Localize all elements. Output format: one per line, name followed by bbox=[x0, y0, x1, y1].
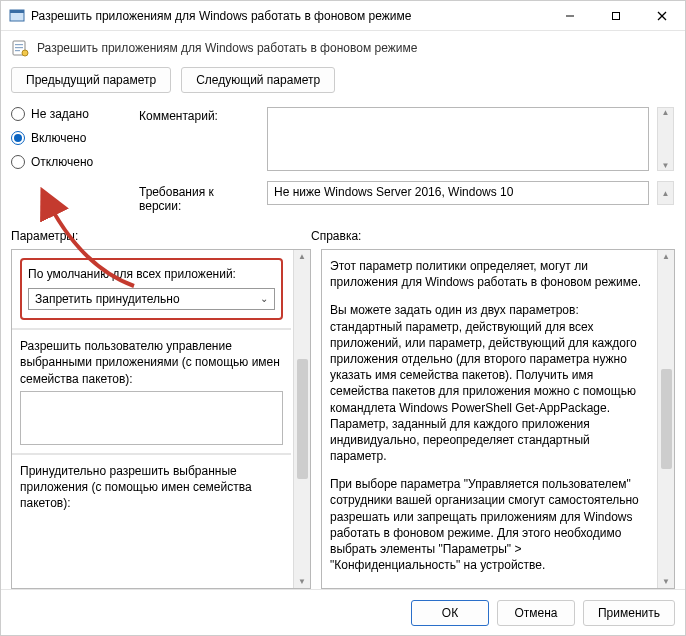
previous-setting-button[interactable]: Предыдущий параметр bbox=[11, 67, 171, 93]
user-control-label: Разрешить пользователю управление выбран… bbox=[20, 338, 283, 387]
requirements-text: Не ниже Windows Server 2016, Windows 10 bbox=[267, 181, 649, 205]
help-section-label: Справка: bbox=[311, 229, 675, 243]
titlebar: Разрешить приложениям для Windows работа… bbox=[1, 1, 685, 31]
radio-label: Отключено bbox=[31, 155, 93, 169]
help-scrollbar[interactable]: ▲ ▼ bbox=[657, 250, 674, 588]
separator bbox=[12, 328, 291, 330]
dropdown-value: Запретить принудительно bbox=[35, 291, 180, 307]
help-paragraph: Вы можете задать один из двух параметров… bbox=[330, 302, 647, 464]
ok-button[interactable]: ОК bbox=[411, 600, 489, 626]
radio-not-configured[interactable]: Не задано bbox=[11, 107, 131, 121]
state-radios: Не задано Включено Отключено bbox=[11, 107, 131, 169]
minimize-button[interactable] bbox=[547, 1, 593, 31]
top-config: Не задано Включено Отключено Комментарий… bbox=[11, 107, 675, 213]
next-setting-button[interactable]: Следующий параметр bbox=[181, 67, 335, 93]
svg-rect-7 bbox=[15, 44, 23, 45]
options-pane: По умолчанию для всех приложений: Запрет… bbox=[11, 249, 311, 589]
dialog-footer: ОК Отмена Применить bbox=[1, 589, 685, 635]
requirements-label: Требования к версии: bbox=[139, 181, 259, 213]
svg-rect-9 bbox=[15, 50, 20, 51]
radio-icon bbox=[11, 155, 25, 169]
scrollbar-thumb[interactable] bbox=[297, 359, 308, 479]
help-paragraph: Этот параметр политики определяет, могут… bbox=[330, 258, 647, 290]
svg-point-10 bbox=[22, 50, 28, 56]
policy-header: Разрешить приложениям для Windows работа… bbox=[11, 39, 675, 57]
app-icon bbox=[9, 8, 25, 24]
section-labels: Параметры: Справка: bbox=[11, 229, 675, 243]
radio-label: Не задано bbox=[31, 107, 89, 121]
policy-icon bbox=[11, 39, 29, 57]
close-button[interactable] bbox=[639, 1, 685, 31]
svg-rect-8 bbox=[15, 47, 23, 48]
scroll-up-icon: ▲ bbox=[662, 108, 670, 117]
requirements-scrollbar[interactable]: ▲ bbox=[657, 181, 674, 205]
scroll-up-icon: ▲ bbox=[662, 189, 670, 198]
panes: По умолчанию для всех приложений: Запрет… bbox=[11, 249, 675, 589]
scrollbar-thumb[interactable] bbox=[661, 369, 672, 469]
scroll-down-icon: ▼ bbox=[662, 577, 670, 586]
comment-scrollbar[interactable]: ▲ ▼ bbox=[657, 107, 674, 171]
scroll-down-icon: ▼ bbox=[662, 161, 670, 170]
nav-buttons: Предыдущий параметр Следующий параметр bbox=[11, 67, 675, 93]
separator bbox=[12, 453, 291, 455]
policy-title: Разрешить приложениям для Windows работа… bbox=[37, 41, 417, 55]
chevron-down-icon: ⌄ bbox=[260, 292, 268, 306]
scroll-down-icon: ▼ bbox=[298, 577, 306, 586]
default-option-dropdown[interactable]: Запретить принудительно ⌄ bbox=[28, 288, 275, 310]
radio-disabled[interactable]: Отключено bbox=[11, 155, 131, 169]
radio-enabled[interactable]: Включено bbox=[11, 131, 131, 145]
apply-button[interactable]: Применить bbox=[583, 600, 675, 626]
cancel-button[interactable]: Отмена bbox=[497, 600, 575, 626]
scroll-up-icon: ▲ bbox=[662, 252, 670, 261]
help-pane-content: Этот параметр политики определяет, могут… bbox=[322, 250, 657, 588]
radio-label: Включено bbox=[31, 131, 86, 145]
maximize-button[interactable] bbox=[593, 1, 639, 31]
options-pane-content: По умолчанию для всех приложений: Запрет… bbox=[12, 250, 293, 588]
default-option-label: По умолчанию для всех приложений: bbox=[28, 266, 275, 282]
highlighted-default-group: По умолчанию для всех приложений: Запрет… bbox=[20, 258, 283, 320]
svg-rect-1 bbox=[10, 10, 24, 13]
radio-icon bbox=[11, 107, 25, 121]
client-area: Разрешить приложениям для Windows работа… bbox=[1, 31, 685, 589]
svg-rect-3 bbox=[613, 12, 620, 19]
help-pane: Этот параметр политики определяет, могут… bbox=[321, 249, 675, 589]
radio-icon bbox=[11, 131, 25, 145]
comment-textarea[interactable] bbox=[267, 107, 649, 171]
options-section-label: Параметры: bbox=[11, 229, 311, 243]
options-scrollbar[interactable]: ▲ ▼ bbox=[293, 250, 310, 588]
comment-label: Комментарий: bbox=[139, 107, 259, 123]
help-paragraph: При выборе параметра "Управляется пользо… bbox=[330, 476, 647, 573]
user-control-listbox[interactable] bbox=[20, 391, 283, 445]
scroll-up-icon: ▲ bbox=[298, 252, 306, 261]
force-allow-label: Принудительно разрешить выбранные прилож… bbox=[20, 463, 283, 512]
window-title: Разрешить приложениям для Windows работа… bbox=[31, 9, 411, 23]
